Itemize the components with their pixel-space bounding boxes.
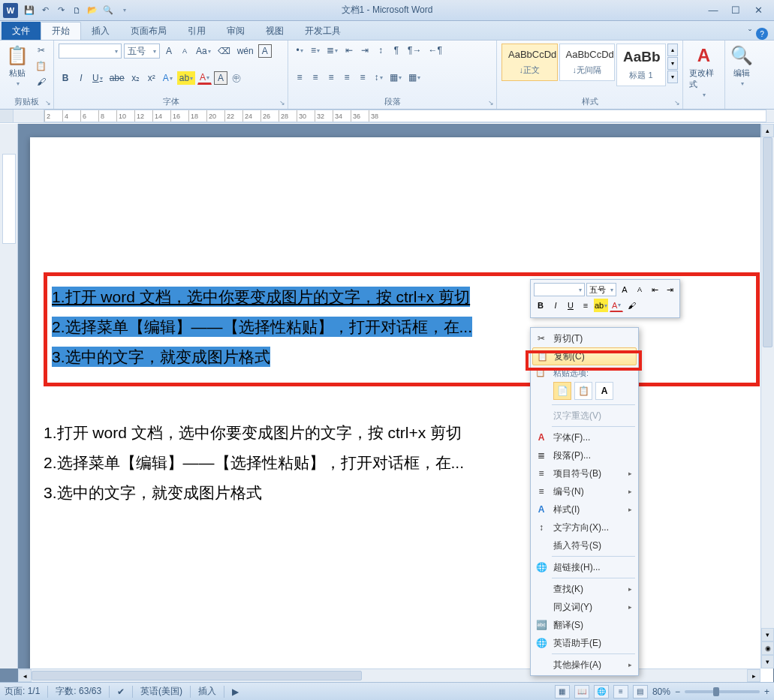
mini-font-color-icon[interactable]: A▾ xyxy=(610,299,623,312)
justify-icon[interactable]: ≡ xyxy=(340,71,354,84)
enclose-char-icon[interactable]: ㊥ xyxy=(230,71,243,85)
view-outline-icon[interactable]: ≡ xyxy=(613,685,628,698)
decrease-indent-icon[interactable]: ⇤ xyxy=(342,44,356,57)
scrollbar-vertical[interactable]: ▴ ▾ ◉ ▾ xyxy=(760,124,774,668)
scroll-left-icon[interactable]: ◂ xyxy=(18,669,32,682)
ruler-horizontal[interactable]: 2468101214161820222426283032343638 xyxy=(0,110,774,123)
borders-icon[interactable]: ▦▾ xyxy=(406,71,423,84)
shading-icon[interactable]: ▦▾ xyxy=(387,71,404,84)
close-button[interactable]: ✕ xyxy=(751,4,765,17)
paste-merge-icon[interactable]: 📋 xyxy=(574,382,592,400)
clear-format-icon[interactable]: ⌫ xyxy=(215,44,233,58)
style-nospacing[interactable]: AaBbCcDd ↓无间隔 xyxy=(559,44,616,81)
numbering-icon[interactable]: ≡▾ xyxy=(309,44,322,57)
distribute-icon[interactable]: ≡ xyxy=(356,71,369,84)
ctx-find[interactable]: 查找(K)▸ xyxy=(532,580,637,598)
prev-page-icon[interactable]: ◉ xyxy=(761,641,774,655)
paste-button[interactable]: 📋 粘贴 ▾ xyxy=(5,44,30,89)
mini-bold-button[interactable]: B xyxy=(534,299,547,312)
text-line-3[interactable]: 3.选中的文字，就变成图片格式 xyxy=(44,478,760,508)
scroll-up-icon[interactable]: ▴ xyxy=(761,124,774,137)
scrollbar-horizontal[interactable]: ◂ ▸ xyxy=(18,668,760,682)
font-family-combo[interactable]: ▾ xyxy=(59,44,122,59)
ctx-symbol[interactable]: 插入符号(S) xyxy=(532,536,637,554)
status-words[interactable]: 字数: 63/63 xyxy=(56,685,101,698)
qat-more-icon[interactable]: ▾ xyxy=(118,4,131,17)
phonetic-icon[interactable]: wén xyxy=(235,44,256,58)
mini-format-painter-icon[interactable]: 🖌 xyxy=(625,299,638,312)
status-language[interactable]: 英语(美国) xyxy=(140,685,182,698)
text-line-1[interactable]: 1.打开 word 文档，选中你要变成图片的文字，按 ctrl+x 剪切 xyxy=(44,418,760,448)
copy-icon[interactable]: 📋 xyxy=(33,59,49,73)
selected-line-2[interactable]: 2.选择菜单【编辑】——【选择性粘贴】，打开对话框，在... xyxy=(52,317,472,337)
ctx-cut[interactable]: ✂剪切(T) xyxy=(532,329,637,347)
mini-underline-button[interactable]: U xyxy=(564,299,577,312)
status-mode[interactable]: 插入 xyxy=(198,685,216,698)
ctx-translate[interactable]: 🔤翻译(S) xyxy=(532,616,637,634)
change-case-icon[interactable]: Aa▾ xyxy=(194,44,213,58)
increase-indent-icon[interactable]: ⇥ xyxy=(358,44,372,57)
mini-indent-right-icon[interactable]: ⇥ xyxy=(663,283,676,296)
char-border-icon[interactable]: A xyxy=(258,44,272,58)
strike-button[interactable]: abe xyxy=(107,71,127,85)
style-normal[interactable]: AaBbCcDd ↓正文 xyxy=(501,44,558,81)
subscript-button[interactable]: x₂ xyxy=(129,71,143,85)
para-launcher-icon[interactable]: ↘ xyxy=(488,99,494,107)
italic-button[interactable]: I xyxy=(74,71,88,85)
ctx-textdir[interactable]: ↕文字方向(X)... xyxy=(532,518,637,536)
macro-icon[interactable]: ▶ xyxy=(232,686,239,697)
help-icon[interactable]: ? xyxy=(756,28,768,40)
new-doc-icon[interactable]: 🗋 xyxy=(70,4,83,17)
zoom-handle[interactable] xyxy=(713,687,719,696)
minimize-button[interactable]: — xyxy=(706,4,720,17)
clipboard-launcher-icon[interactable]: ↘ xyxy=(45,99,51,107)
mini-font-family[interactable]: ▾ xyxy=(534,283,585,296)
align-left-icon[interactable]: ≡ xyxy=(293,71,306,84)
view-web-icon[interactable]: 🌐 xyxy=(594,685,609,698)
bullets-icon[interactable]: •▾ xyxy=(293,44,306,57)
redo-icon[interactable]: ↷ xyxy=(54,4,68,17)
mini-shrink-icon[interactable]: A xyxy=(633,283,646,296)
tab-review[interactable]: 审阅 xyxy=(216,22,255,40)
tab-view[interactable]: 视图 xyxy=(255,22,294,40)
align-center-icon[interactable]: ≡ xyxy=(309,71,322,84)
status-zoom[interactable]: 80% xyxy=(652,686,670,697)
status-page[interactable]: 页面: 1/1 xyxy=(5,685,40,698)
ctx-numbering[interactable]: ≡编号(N)▸ xyxy=(532,482,637,500)
zoom-slider[interactable] xyxy=(685,690,760,693)
tab-developer[interactable]: 开发工具 xyxy=(294,22,351,40)
view-draft-icon[interactable]: ▤ xyxy=(633,685,648,698)
ltr-icon[interactable]: ¶→ xyxy=(405,44,423,57)
format-painter-icon[interactable]: 🖌 xyxy=(33,75,49,89)
ctx-bullets[interactable]: ≡项目符号(B)▸ xyxy=(532,464,637,482)
selected-line-1[interactable]: 1.打开 word 文档，选中你要变成图片的文字，按 ctrl+x 剪切 xyxy=(52,287,470,307)
multilevel-icon[interactable]: ≣▾ xyxy=(324,44,340,57)
ctx-synonym[interactable]: 同义词(Y)▸ xyxy=(532,598,637,616)
mini-italic-button[interactable]: I xyxy=(549,299,562,312)
ctx-other[interactable]: 其他操作(A)▸ xyxy=(532,656,637,674)
ctx-hyperlink[interactable]: 🌐超链接(H)... xyxy=(532,558,637,576)
sort-icon[interactable]: ↕ xyxy=(374,44,387,57)
bold-button[interactable]: B xyxy=(59,71,72,85)
maximize-button[interactable]: ☐ xyxy=(729,4,742,17)
proofing-icon[interactable]: ✔ xyxy=(117,686,125,697)
cut-icon[interactable]: ✂ xyxy=(33,44,49,57)
line-spacing-icon[interactable]: ↕▾ xyxy=(372,71,385,84)
next-page-icon[interactable]: ▾ xyxy=(761,655,774,668)
mini-grow-icon[interactable]: A xyxy=(618,283,631,296)
shrink-font-icon[interactable]: A xyxy=(178,44,191,58)
paste-keep-format-icon[interactable]: 📄 xyxy=(553,382,571,400)
rtl-icon[interactable]: ←¶ xyxy=(426,44,444,57)
ribbon-collapse-icon[interactable]: ˇ xyxy=(748,29,751,39)
align-right-icon[interactable]: ≡ xyxy=(324,71,338,84)
highlight-icon[interactable]: ab▾ xyxy=(177,71,195,85)
paste-text-only-icon[interactable]: A xyxy=(595,382,613,400)
file-tab[interactable]: 文件 xyxy=(2,22,41,40)
styles-launcher-icon[interactable]: ↘ xyxy=(674,99,680,107)
style-up-icon[interactable]: ▴ xyxy=(667,44,678,56)
mini-center-icon[interactable]: ≡ xyxy=(579,299,592,312)
text-line-2[interactable]: 2.选择菜单【编辑】——【选择性粘贴】，打开对话框，在... xyxy=(44,448,760,478)
ctx-font[interactable]: A字体(F)... xyxy=(532,428,637,446)
char-shading-icon[interactable]: A xyxy=(214,71,227,85)
tab-home[interactable]: 开始 xyxy=(41,22,81,40)
